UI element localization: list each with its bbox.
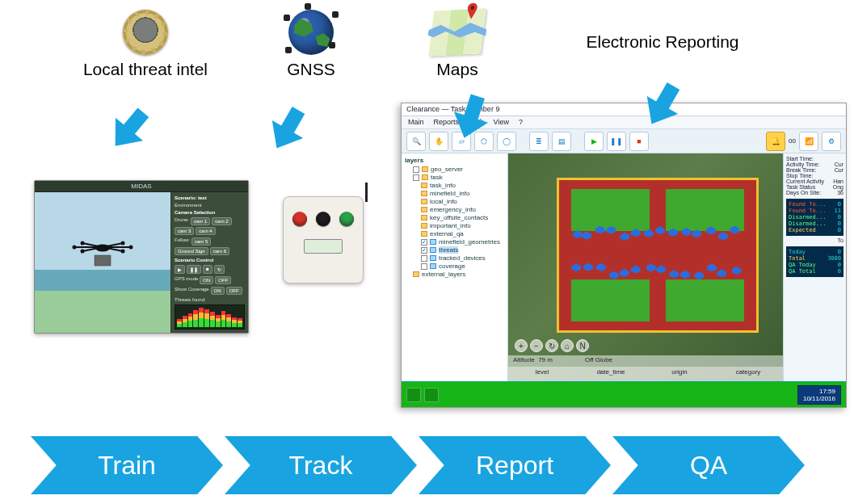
midas-3d-viewport[interactable] <box>35 192 170 333</box>
threat-marker[interactable] <box>707 263 717 271</box>
map-view[interactable]: + − ↻ ⌂ N Altitude 79 m Off Globe level … <box>508 153 783 381</box>
play-button[interactable]: ▶ <box>175 265 185 274</box>
source-label: Maps <box>436 60 477 79</box>
source-local-threat-intel: Local threat intel <box>65 6 226 79</box>
threat-marker[interactable] <box>571 263 581 271</box>
tree-item[interactable]: minefield_info <box>421 190 504 197</box>
threat-marker[interactable] <box>573 230 583 238</box>
green-button[interactable] <box>339 212 354 226</box>
bell-icon[interactable]: 🔔 <box>766 132 785 151</box>
database-icon[interactable]: ≣ <box>529 132 549 151</box>
threat-marker[interactable] <box>596 263 606 271</box>
svg-point-5 <box>129 246 133 250</box>
pause-icon[interactable]: ❚❚ <box>607 132 626 151</box>
follow-button[interactable]: cam 5 <box>191 237 211 246</box>
tree-item-label: tracked_devices <box>439 254 486 262</box>
zoom-out-icon[interactable]: − <box>530 339 543 352</box>
threat-marker[interactable] <box>694 271 704 279</box>
gnss-device <box>283 196 364 284</box>
threat-marker[interactable] <box>620 233 629 241</box>
taskbar-clock: 17:59 10/11/2016 <box>797 385 841 405</box>
tree-item[interactable]: task_info <box>421 182 504 189</box>
threat-marker[interactable] <box>718 232 728 240</box>
cam-button[interactable]: cam 4 <box>196 227 215 235</box>
tree-item[interactable]: external_qa <box>421 230 504 237</box>
tree-item[interactable]: emergency_info <box>421 206 504 213</box>
tree-item[interactable]: geo_server <box>413 166 504 173</box>
folder-icon <box>421 207 427 212</box>
tree-item-label: geo_server <box>431 166 463 173</box>
folder-icon <box>421 183 427 188</box>
threat-marker[interactable] <box>609 271 619 279</box>
taskbar-app-icon[interactable] <box>424 388 439 402</box>
threat-marker[interactable] <box>717 269 726 277</box>
threat-marker[interactable] <box>646 263 656 271</box>
home-icon[interactable]: ⌂ <box>561 339 574 352</box>
threat-marker[interactable] <box>655 226 665 234</box>
tree-item[interactable]: important_info <box>421 222 504 229</box>
tree-item[interactable]: external_layers <box>413 271 504 278</box>
reporting-app-window[interactable]: Clearance — Task Number 9 Main Reports T… <box>401 103 847 408</box>
threat-marker[interactable] <box>656 265 666 273</box>
tree-item[interactable]: task <box>413 174 504 181</box>
cam-button[interactable]: cam 2 <box>212 217 231 225</box>
checkbox[interactable] <box>413 166 419 173</box>
folder-icon <box>421 231 427 237</box>
svg-point-8 <box>81 250 85 254</box>
threat-marker[interactable] <box>620 269 629 277</box>
stop-button[interactable]: ■ <box>203 265 212 274</box>
task-info-panel: Start Time:Activity Time:CurBreak Time:C… <box>783 153 846 381</box>
tree-item[interactable]: local_info <box>421 198 504 205</box>
red-button[interactable] <box>292 212 307 226</box>
tree-item-label: local_info <box>430 198 457 205</box>
stop-icon[interactable]: ■ <box>629 132 649 151</box>
follow-button[interactable]: Ground Sign <box>175 247 208 255</box>
tree-item[interactable]: minefield_geometries <box>421 238 504 246</box>
zoom-in-icon[interactable]: + <box>515 339 528 352</box>
source-gnss: GNSS <box>263 6 360 79</box>
threat-marker[interactable] <box>680 271 690 279</box>
cam-button[interactable]: cam 1 <box>191 217 210 225</box>
threat-marker[interactable] <box>583 263 593 271</box>
loop-button[interactable]: ↻ <box>214 265 225 274</box>
folder-icon <box>421 215 427 220</box>
tree-item[interactable]: threats <box>421 246 504 254</box>
menu-item[interactable]: ? <box>519 118 523 127</box>
tree-item-label: minefield_info <box>430 190 469 197</box>
taskbar-app-icon[interactable] <box>406 388 421 402</box>
tree-item[interactable]: tracked_devices <box>421 254 504 262</box>
menu-item[interactable]: Main <box>408 118 424 127</box>
tree-item[interactable]: key_offsite_contacts <box>421 214 504 221</box>
north-icon[interactable]: N <box>576 339 589 352</box>
cov-off[interactable]: OFF <box>226 287 242 295</box>
checkbox[interactable] <box>421 255 427 262</box>
gps-off[interactable]: OFF <box>215 276 231 284</box>
cov-on[interactable]: ON <box>211 287 225 295</box>
play-icon[interactable]: ▶ <box>584 132 604 151</box>
midas-simulator-window[interactable]: MIDAS Scenario: test Environment Camera … <box>34 180 249 334</box>
os-taskbar[interactable]: 17:59 10/11/2016 <box>402 381 846 407</box>
follow-button[interactable]: cam 6 <box>210 247 229 255</box>
threat-marker[interactable] <box>732 267 742 275</box>
circle-icon[interactable]: ◯ <box>497 132 516 151</box>
rotate-icon[interactable]: ↻ <box>545 339 558 352</box>
search-icon[interactable]: 🔍 <box>406 132 426 151</box>
threat-marker[interactable] <box>631 265 641 273</box>
layers-icon[interactable]: ▤ <box>552 132 571 151</box>
signal-icon[interactable]: 📶 <box>799 132 818 151</box>
layer-tree[interactable]: layers geo_servertasktask_infominefield_… <box>402 153 508 381</box>
cam-button[interactable]: cam 3 <box>175 227 194 235</box>
info-row: Task StatusOng <box>786 184 843 190</box>
black-button[interactable] <box>316 212 330 226</box>
checkbox[interactable] <box>413 174 419 181</box>
tree-item[interactable]: coverage <box>421 262 504 270</box>
checkbox[interactable] <box>421 263 427 270</box>
checkbox[interactable] <box>421 239 427 246</box>
settings-icon[interactable]: ⚙ <box>822 132 841 151</box>
threat-marker[interactable] <box>669 270 679 278</box>
threat-marker[interactable] <box>582 231 591 239</box>
arrow-down-icon <box>255 96 321 162</box>
pause-button[interactable]: ❚❚ <box>187 265 201 274</box>
checkbox[interactable] <box>421 247 427 254</box>
gps-on[interactable]: ON <box>200 276 213 284</box>
